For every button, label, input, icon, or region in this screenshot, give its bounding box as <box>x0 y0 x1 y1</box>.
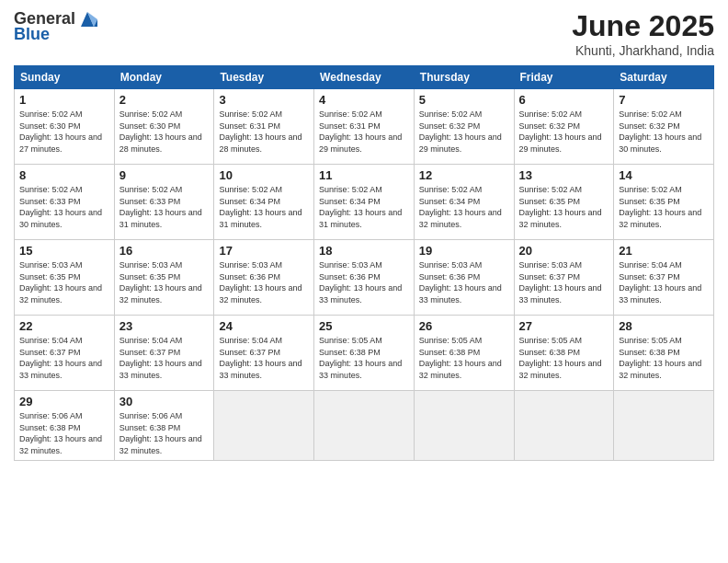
sunrise-label: Sunrise: 5:02 AM <box>219 109 282 119</box>
day-info: Sunrise: 5:02 AM Sunset: 6:33 PM Dayligh… <box>19 184 109 230</box>
day-info: Sunrise: 5:04 AM Sunset: 6:37 PM Dayligh… <box>619 259 709 305</box>
sunset-label: Sunset: 6:36 PM <box>219 272 280 282</box>
day-info: Sunrise: 5:04 AM Sunset: 6:37 PM Dayligh… <box>19 335 109 381</box>
daylight-label: Daylight: 13 hours and 32 minutes. <box>619 208 701 229</box>
daylight-label: Daylight: 13 hours and 33 minutes. <box>319 359 402 380</box>
day-info: Sunrise: 5:02 AM Sunset: 6:34 PM Dayligh… <box>319 184 409 230</box>
day-number: 25 <box>319 319 409 333</box>
table-row <box>414 391 514 461</box>
sunset-label: Sunset: 6:38 PM <box>119 423 181 432</box>
daylight-label: Daylight: 13 hours and 32 minutes. <box>119 283 202 304</box>
sunrise-label: Sunrise: 5:02 AM <box>319 185 382 194</box>
sunset-label: Sunset: 6:33 PM <box>19 197 81 206</box>
sunset-label: Sunset: 6:37 PM <box>19 348 81 357</box>
table-row: 8 Sunrise: 5:02 AM Sunset: 6:33 PM Dayli… <box>15 165 115 240</box>
day-number: 11 <box>319 168 409 182</box>
sunrise-label: Sunrise: 5:04 AM <box>219 336 282 345</box>
daylight-label: Daylight: 13 hours and 29 minutes. <box>419 132 502 154</box>
day-number: 7 <box>619 93 709 107</box>
sunset-label: Sunset: 6:31 PM <box>219 121 280 131</box>
table-row: 4 Sunrise: 5:02 AM Sunset: 6:31 PM Dayli… <box>314 89 415 165</box>
day-info: Sunrise: 5:02 AM Sunset: 6:31 PM Dayligh… <box>319 109 409 155</box>
sunset-label: Sunset: 6:38 PM <box>519 348 581 357</box>
daylight-label: Daylight: 13 hours and 32 minutes. <box>119 434 202 455</box>
sunrise-label: Sunrise: 5:02 AM <box>119 109 183 119</box>
day-number: 26 <box>419 319 509 333</box>
sunset-label: Sunset: 6:38 PM <box>619 348 680 357</box>
day-info: Sunrise: 5:06 AM Sunset: 6:38 PM Dayligh… <box>119 410 210 456</box>
logo-blue: Blue <box>14 25 50 44</box>
sunrise-label: Sunrise: 5:02 AM <box>119 185 183 194</box>
day-number: 15 <box>19 244 109 258</box>
day-number: 16 <box>119 244 210 258</box>
sunrise-label: Sunrise: 5:04 AM <box>619 260 682 270</box>
header: General Blue June 2025 Khunti, Jharkhand… <box>14 9 714 58</box>
table-row <box>214 391 314 461</box>
sunset-label: Sunset: 6:38 PM <box>19 423 81 432</box>
calendar-header-row: Sunday Monday Tuesday Wednesday Thursday… <box>15 66 714 89</box>
day-number: 2 <box>119 93 210 107</box>
calendar-row: 29 Sunrise: 5:06 AM Sunset: 6:38 PM Dayl… <box>15 391 714 461</box>
sunset-label: Sunset: 6:33 PM <box>119 197 181 206</box>
daylight-label: Daylight: 13 hours and 33 minutes. <box>19 359 102 380</box>
table-row: 30 Sunrise: 5:06 AM Sunset: 6:38 PM Dayl… <box>114 391 214 461</box>
day-info: Sunrise: 5:02 AM Sunset: 6:35 PM Dayligh… <box>619 184 709 230</box>
table-row <box>314 391 415 461</box>
daylight-label: Daylight: 13 hours and 32 minutes. <box>519 208 602 229</box>
calendar-row: 22 Sunrise: 5:04 AM Sunset: 6:37 PM Dayl… <box>15 316 714 391</box>
day-info: Sunrise: 5:02 AM Sunset: 6:32 PM Dayligh… <box>619 109 709 155</box>
day-info: Sunrise: 5:03 AM Sunset: 6:36 PM Dayligh… <box>219 259 309 305</box>
table-row: 27 Sunrise: 5:05 AM Sunset: 6:38 PM Dayl… <box>514 316 614 391</box>
daylight-label: Daylight: 13 hours and 30 minutes. <box>19 208 102 229</box>
daylight-label: Daylight: 13 hours and 33 minutes. <box>419 283 502 304</box>
sunrise-label: Sunrise: 5:05 AM <box>419 336 483 345</box>
sunrise-label: Sunrise: 5:02 AM <box>519 185 583 194</box>
table-row: 25 Sunrise: 5:05 AM Sunset: 6:38 PM Dayl… <box>314 316 415 391</box>
sunrise-label: Sunrise: 5:02 AM <box>619 185 682 194</box>
day-info: Sunrise: 5:05 AM Sunset: 6:38 PM Dayligh… <box>619 335 709 381</box>
sunset-label: Sunset: 6:32 PM <box>519 121 581 131</box>
calendar-row: 15 Sunrise: 5:03 AM Sunset: 6:35 PM Dayl… <box>15 240 714 316</box>
daylight-label: Daylight: 13 hours and 28 minutes. <box>119 132 202 154</box>
table-row: 1 Sunrise: 5:02 AM Sunset: 6:30 PM Dayli… <box>15 89 115 165</box>
daylight-label: Daylight: 13 hours and 28 minutes. <box>219 132 301 154</box>
table-row: 21 Sunrise: 5:04 AM Sunset: 6:37 PM Dayl… <box>614 240 714 316</box>
daylight-label: Daylight: 13 hours and 29 minutes. <box>519 132 602 154</box>
sunset-label: Sunset: 6:36 PM <box>419 272 481 282</box>
table-row <box>614 391 714 461</box>
title-area: June 2025 Khunti, Jharkhand, India <box>572 9 714 58</box>
sunrise-label: Sunrise: 5:05 AM <box>519 336 583 345</box>
table-row: 13 Sunrise: 5:02 AM Sunset: 6:35 PM Dayl… <box>514 165 614 240</box>
daylight-label: Daylight: 13 hours and 31 minutes. <box>319 208 402 229</box>
sunset-label: Sunset: 6:35 PM <box>19 272 81 282</box>
sunrise-label: Sunrise: 5:02 AM <box>319 109 382 119</box>
table-row: 26 Sunrise: 5:05 AM Sunset: 6:38 PM Dayl… <box>414 316 514 391</box>
day-number: 23 <box>119 319 210 333</box>
table-row: 16 Sunrise: 5:03 AM Sunset: 6:35 PM Dayl… <box>114 240 214 316</box>
col-saturday: Saturday <box>614 66 714 89</box>
sunset-label: Sunset: 6:37 PM <box>519 272 581 282</box>
day-number: 17 <box>219 244 309 258</box>
sunset-label: Sunset: 6:37 PM <box>619 272 680 282</box>
day-number: 5 <box>419 93 509 107</box>
day-info: Sunrise: 5:02 AM Sunset: 6:34 PM Dayligh… <box>219 184 309 230</box>
day-number: 21 <box>619 244 709 258</box>
day-number: 18 <box>319 244 409 258</box>
daylight-label: Daylight: 13 hours and 32 minutes. <box>619 359 701 380</box>
sunset-label: Sunset: 6:35 PM <box>119 272 181 282</box>
day-number: 22 <box>19 319 109 333</box>
table-row: 6 Sunrise: 5:02 AM Sunset: 6:32 PM Dayli… <box>514 89 614 165</box>
col-tuesday: Tuesday <box>214 66 314 89</box>
sunset-label: Sunset: 6:38 PM <box>319 348 381 357</box>
daylight-label: Daylight: 13 hours and 32 minutes. <box>419 359 502 380</box>
calendar-row: 8 Sunrise: 5:02 AM Sunset: 6:33 PM Dayli… <box>15 165 714 240</box>
daylight-label: Daylight: 13 hours and 31 minutes. <box>119 208 202 229</box>
table-row: 23 Sunrise: 5:04 AM Sunset: 6:37 PM Dayl… <box>114 316 214 391</box>
daylight-label: Daylight: 13 hours and 31 minutes. <box>219 208 301 229</box>
day-info: Sunrise: 5:02 AM Sunset: 6:30 PM Dayligh… <box>19 109 109 155</box>
sunrise-label: Sunrise: 5:02 AM <box>219 185 282 194</box>
day-number: 12 <box>419 168 509 182</box>
daylight-label: Daylight: 13 hours and 33 minutes. <box>619 283 701 304</box>
table-row: 11 Sunrise: 5:02 AM Sunset: 6:34 PM Dayl… <box>314 165 415 240</box>
calendar: Sunday Monday Tuesday Wednesday Thursday… <box>14 65 714 461</box>
